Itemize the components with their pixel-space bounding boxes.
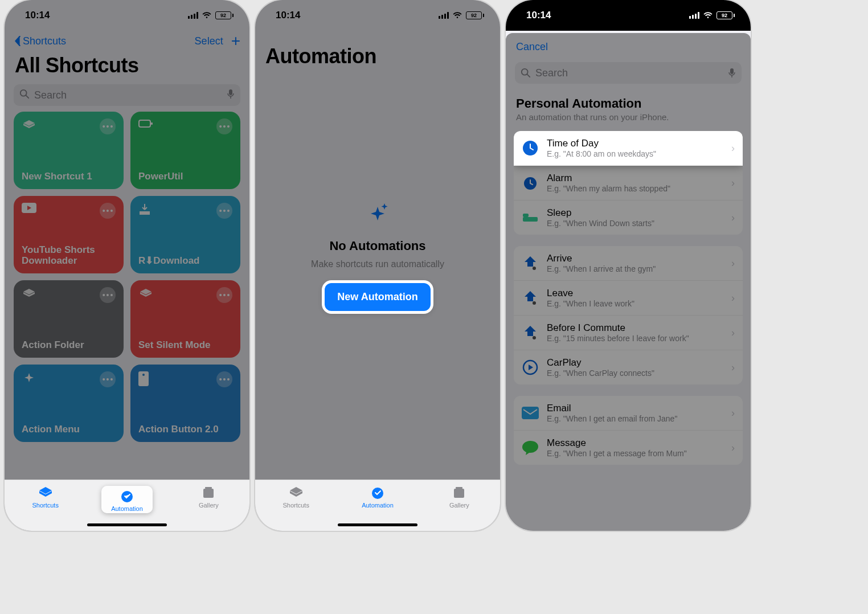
more-icon[interactable]: ••• (100, 203, 116, 219)
trigger-commute[interactable]: Before I Commute E.g. "15 minutes before… (514, 316, 743, 350)
back-label: Shortcuts (23, 35, 66, 47)
search-input[interactable]: Search (515, 62, 742, 84)
layers-icon (138, 287, 153, 302)
status-bar: 10:14 92 (506, 0, 751, 31)
svg-rect-13 (456, 487, 462, 489)
trigger-time-of-day[interactable]: Time of Day E.g. "At 8:00 am on weekdays… (514, 131, 743, 166)
more-icon[interactable]: ••• (100, 371, 116, 387)
clock-icon (522, 140, 539, 157)
more-icon[interactable]: ••• (216, 118, 232, 134)
home-indicator[interactable] (338, 523, 417, 526)
mic-icon[interactable] (728, 68, 736, 78)
more-icon[interactable]: ••• (100, 287, 116, 303)
svg-rect-19 (523, 217, 538, 222)
shortcut-card[interactable]: ••• Set Silent Mode (130, 280, 240, 358)
status-bar: 10:14 92 (255, 0, 500, 31)
tab-gallery[interactable]: Gallery (433, 486, 485, 509)
chevron-right-icon: › (731, 257, 735, 269)
battery-icon: 92 (716, 11, 735, 19)
more-icon[interactable]: ••• (216, 203, 232, 219)
cellular-icon (188, 12, 198, 19)
chevron-right-icon: › (731, 292, 735, 304)
shortcut-card[interactable]: ••• Action Button 2.0 (130, 365, 240, 442)
svg-rect-12 (454, 489, 464, 498)
empty-state: No Automations Make shortcuts run automa… (255, 73, 500, 437)
trigger-sleep[interactable]: Sleep E.g. "When Wind Down starts" › (514, 200, 743, 235)
tab-shortcuts[interactable]: Shortcuts (20, 486, 71, 509)
trigger-alarm[interactable]: Alarm E.g. "When my alarm has stopped" › (514, 166, 743, 200)
trigger-leave[interactable]: Leave E.g. "When I leave work" › (514, 281, 743, 316)
svg-point-23 (533, 336, 536, 339)
status-right: 92 (188, 11, 234, 19)
leave-icon (522, 289, 539, 306)
svg-rect-10 (205, 487, 212, 489)
modal-sheet: Cancel Search Personal Automation An aut… (506, 33, 751, 531)
cancel-button[interactable]: Cancel (506, 41, 751, 59)
battery-icon: 92 (466, 11, 484, 19)
home-indicator[interactable] (87, 523, 167, 526)
search-input[interactable]: Search (14, 84, 240, 106)
svg-point-7 (142, 374, 145, 376)
status-time: 10:14 (25, 10, 50, 21)
tab-automation[interactable]: Automation (101, 486, 153, 513)
commute-icon (522, 324, 539, 341)
page-title: Automation (255, 44, 500, 73)
shortcut-card[interactable]: ••• YouTube Shorts Downloader (14, 196, 124, 273)
battery-icon: 92 (215, 11, 234, 19)
trigger-carplay[interactable]: CarPlay E.g. "When CarPlay connects" › (514, 350, 743, 384)
chevron-right-icon: › (731, 407, 735, 419)
svg-rect-6 (138, 371, 149, 386)
svg-rect-2 (229, 89, 232, 95)
arrive-icon (522, 255, 539, 272)
battery-icon (138, 118, 153, 130)
new-automation-button[interactable]: New Automation (325, 283, 430, 311)
sparkle-icon (363, 200, 392, 230)
layers-icon (22, 287, 36, 302)
tab-shortcuts[interactable]: Shortcuts (271, 486, 322, 509)
select-button[interactable]: Select (195, 35, 223, 47)
svg-point-14 (522, 69, 528, 75)
empty-subtitle: Make shortcuts run automatically (311, 259, 444, 269)
back-button[interactable]: Shortcuts (14, 35, 66, 47)
search-placeholder: Search (535, 67, 723, 79)
automation-tab-icon (119, 489, 135, 504)
message-icon (522, 439, 539, 456)
svg-rect-16 (730, 68, 734, 74)
svg-rect-3 (139, 120, 150, 127)
shortcut-card[interactable]: ••• Action Folder (14, 280, 124, 358)
svg-line-15 (527, 75, 530, 77)
tab-automation[interactable]: Automation (352, 486, 403, 509)
carplay-icon (522, 359, 539, 376)
status-right: 92 (689, 11, 735, 19)
chevron-right-icon: › (731, 327, 735, 339)
add-button[interactable]: + (231, 33, 240, 49)
more-icon[interactable]: ••• (100, 118, 116, 134)
more-icon[interactable]: ••• (216, 287, 232, 303)
gallery-tab-icon (200, 486, 216, 501)
tab-gallery[interactable]: Gallery (183, 486, 234, 509)
trigger-message[interactable]: Message E.g. "When I get a message from … (514, 431, 743, 465)
shortcut-card[interactable]: ••• Action Menu (14, 365, 124, 442)
status-bar: 10:14 92 (5, 0, 249, 31)
shortcut-card[interactable]: ••• New Shortcut 1 (14, 112, 124, 189)
page-title: All Shortcuts (5, 54, 249, 82)
status-time: 10:14 (526, 10, 551, 21)
svg-point-22 (533, 301, 536, 305)
trigger-group-location: Arrive E.g. "When I arrive at the gym" ›… (514, 246, 743, 384)
shortcut-card[interactable]: ••• R⬇Download (130, 196, 240, 273)
phone-1-shortcuts: 10:14 92 Shortcuts Select + All Shortcut… (5, 0, 249, 531)
empty-title: No Automations (329, 239, 425, 253)
mic-icon[interactable] (227, 89, 235, 101)
wifi-icon (202, 11, 212, 19)
email-icon (522, 404, 539, 421)
trigger-arrive[interactable]: Arrive E.g. "When I arrive at the gym" › (514, 246, 743, 281)
more-icon[interactable]: ••• (216, 371, 232, 387)
shortcut-card[interactable]: ••• PowerUtil (130, 112, 240, 189)
phone-2-automation: 10:14 92 Automation No Automations Make … (255, 0, 500, 531)
remote-icon (138, 371, 149, 386)
svg-point-0 (21, 90, 27, 96)
trigger-email[interactable]: Email E.g. "When I get an email from Jan… (514, 396, 743, 431)
svg-line-1 (26, 96, 29, 99)
trigger-group-communication: Email E.g. "When I get an email from Jan… (514, 396, 743, 465)
search-placeholder: Search (34, 89, 222, 101)
